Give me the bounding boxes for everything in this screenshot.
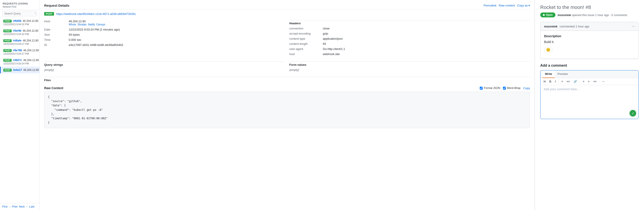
add-comment-title: Add a comment [540, 63, 639, 68]
toolbar-tasklist-button[interactable]: ≡≡ [592, 79, 597, 84]
item-ip: 46.204.12.80 [23, 39, 38, 42]
toolbar-ordered-list-button[interactable]: ≡ [582, 79, 585, 84]
table-row: Host 46.204.12.80 Whois Shodan Netify Ce… [44, 19, 285, 27]
item-date: 12/22/2023 9:03:24 PM [3, 62, 37, 65]
comment-textarea[interactable] [540, 85, 638, 107]
two-columns: Host 46.204.12.80 Whois Shodan Netify Ce… [44, 19, 530, 57]
pagination-prev[interactable]: ← Prev [9, 205, 18, 208]
list-item[interactable]: POST #d8afe 46.204.12.80 12/22/2023 9:04… [0, 37, 40, 47]
comment-toolbar: H B I ≡ <> 🔗 ≡ ≡ ≡≡ ··· [540, 78, 638, 85]
item-ip: 46.204.12.80 [23, 68, 39, 72]
table-row: Time 0.000 sec [44, 37, 285, 42]
headers-section: Headers connection close accept-encoding… [290, 19, 530, 57]
field-label: Host [44, 19, 69, 27]
header-value: webhook.site [323, 51, 530, 57]
toolbar-divider-3 [599, 80, 600, 83]
comment-description-heading: Description [544, 34, 635, 38]
method-badge: POST [3, 39, 12, 42]
http-method-badge: POST [44, 12, 54, 15]
whois-link[interactable]: Whois [69, 23, 76, 26]
emoji-button[interactable]: 🙂 [544, 47, 552, 53]
files-section: Files [44, 77, 530, 83]
header-value: close [323, 26, 530, 31]
toolbar-italic-button[interactable]: I [554, 79, 557, 84]
main-content: Request Details Permalink Raw content Co… [40, 0, 535, 210]
search-help-icon[interactable]: ? [34, 12, 36, 15]
raw-content-controls: Format JSON Word-Wrap Copy [480, 86, 530, 90]
form-values-section: Form values (empty) [290, 60, 530, 73]
chevron-down-icon: ▾ [528, 4, 530, 7]
checkmark-icon: ✓ [632, 111, 634, 115]
add-comment-section: Add a comment Write Preview H B I ≡ <> 🔗… [540, 63, 639, 119]
form-values-empty: (empty) [290, 67, 530, 73]
raw-content-section: Raw Content Format JSON Word-Wrap Copy {… [44, 86, 530, 128]
list-item-active[interactable]: POST #e4e17 46.204.12.80 [0, 67, 40, 73]
copy-button[interactable]: Copy [523, 86, 530, 90]
header-key: content-length [290, 41, 323, 46]
raw-content-link[interactable]: Raw content [499, 4, 515, 7]
toolbar-code-button[interactable]: <> [566, 79, 571, 84]
table-row: host webhook.site [290, 51, 530, 57]
toolbar-bold-button[interactable]: B [548, 79, 552, 84]
header-key: accept-encoding [290, 31, 323, 36]
tab-preview[interactable]: Preview [555, 70, 570, 78]
item-ip: 46.204.12.80 [23, 59, 39, 62]
toolbar-unordered-list-button[interactable]: ≡ [587, 79, 591, 84]
table-row: user-agent Go-http-client/1.1 [290, 46, 530, 51]
requests-label: REQUESTS (14/500) [3, 2, 37, 5]
item-date: 12/22/2023 9:04:32 PM [3, 23, 37, 26]
comment-box: mszostok commented 1 hour ago ··· Descri… [540, 22, 639, 59]
tab-write[interactable]: Write [542, 70, 555, 78]
comment-body: Description Build it. 🙂 [540, 31, 638, 56]
field-value: 12/22/2023 9:03:24 PM (2 minutes ago) [69, 27, 285, 32]
toolbar-more-button[interactable]: ··· [602, 79, 606, 84]
toolbar-link-button[interactable]: 🔗 [572, 79, 578, 84]
toolbar-divider-2 [580, 80, 580, 83]
request-row: POST https://webhook.site/95cf4de1-c2cb-… [44, 12, 530, 15]
whois-links: Whois Shodan Netify Censys [69, 23, 283, 26]
sidebar-header: REQUESTS (14/500) Newest First [0, 0, 40, 9]
table-row: Size 93 bytes [44, 32, 285, 37]
field-label: ID [44, 42, 69, 47]
word-wrap-checkbox[interactable] [503, 87, 506, 90]
list-item[interactable]: POST #f6456 46.204.12.80 12/22/2023 9:04… [0, 18, 40, 27]
format-json-label[interactable]: Format JSON [480, 86, 500, 90]
format-json-checkbox[interactable] [480, 87, 483, 90]
toolbar-heading-button[interactable]: H [543, 79, 546, 84]
sort-label: Newest First [3, 5, 37, 8]
pagination-next[interactable]: Next → [19, 205, 28, 208]
table-row: accept-encoding gzip [290, 31, 530, 36]
request-url[interactable]: https://webhook.site/95cf4de1-c2cb-4671-… [56, 12, 136, 15]
netify-link[interactable]: Netify [88, 23, 95, 26]
comment-editor: Write Preview H B I ≡ <> 🔗 ≡ ≡ ≡≡ ··· [540, 70, 639, 119]
toolbar-list-button[interactable]: ≡ [560, 79, 564, 84]
raw-content-title: Raw Content [44, 86, 63, 90]
query-form-cols: Query strings (empty) Form values (empty… [44, 60, 530, 73]
query-strings-section: Query strings (empty) [44, 60, 285, 73]
query-strings-heading: Query strings [44, 61, 285, 67]
list-item[interactable]: POST #3927c 46.204.12.80 12/22/2023 9:03… [0, 57, 40, 67]
sidebar: REQUESTS (14/500) Newest First ? POST #f… [0, 0, 40, 210]
permalink-link[interactable]: Permalink [484, 4, 496, 7]
field-label: Time [44, 37, 69, 42]
word-wrap-label[interactable]: Word-Wrap [503, 86, 520, 90]
list-item[interactable]: POST #9e786 46.204.12.80 12/22/2023 9:04… [0, 47, 40, 57]
table-row: content-length 93 [290, 41, 530, 46]
comment-menu-button[interactable]: ··· [632, 24, 635, 28]
pagination-first[interactable]: First [2, 205, 7, 208]
list-item[interactable]: POST #5ef46 46.204.12.80 12/22/2023 9:04… [0, 27, 40, 37]
submit-comment-button[interactable]: ✓ [630, 110, 636, 117]
form-values-heading: Form values [290, 61, 530, 67]
copy-as-button[interactable]: Copy as ▾ [517, 4, 530, 7]
pagination-last[interactable]: Last [29, 205, 34, 208]
shodan-link[interactable]: Shodan [78, 23, 86, 26]
search-input[interactable] [2, 11, 37, 16]
item-date: 12/22/2023 9:04:27 PM [3, 43, 37, 45]
item-id: #d8afe [13, 39, 22, 42]
censys-link[interactable]: Censys [96, 23, 105, 26]
comment-header-left: mszostok commented 1 hour ago [544, 25, 589, 28]
method-badge: POST [3, 69, 12, 72]
item-id: #9e786 [13, 49, 22, 52]
issue-meta-text: mszostok opened this issue 1 hour ago · … [558, 13, 627, 17]
item-date: 12/22/2023 9:04:32 PM [3, 33, 37, 35]
